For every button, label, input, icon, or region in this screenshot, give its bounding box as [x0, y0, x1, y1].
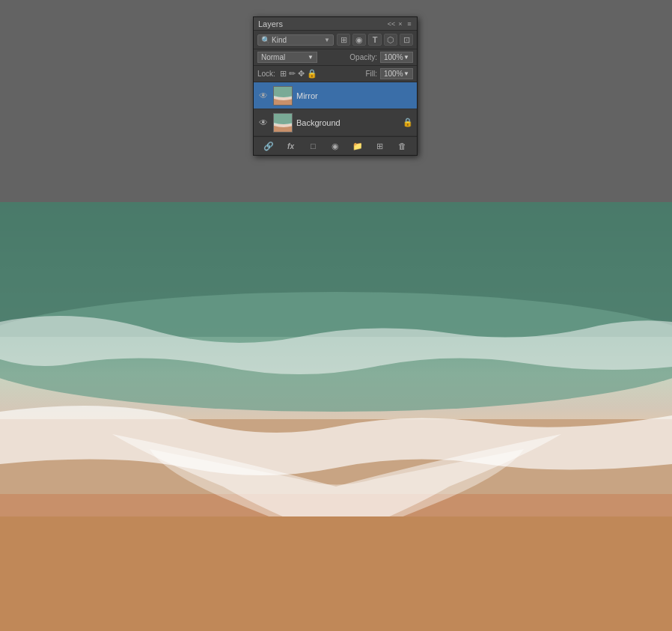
kind-label: Kind	[272, 36, 287, 44]
blend-mode-value: Normal	[261, 53, 285, 61]
pixel-filter-icon[interactable]: ⊞	[337, 34, 350, 46]
delete-layer-icon[interactable]: 🗑	[395, 140, 409, 152]
lock-position-icon[interactable]: ✥	[298, 69, 305, 79]
opacity-select[interactable]: 100% ▼	[380, 52, 413, 63]
opacity-value: 100%	[384, 53, 403, 61]
blend-mode-arrow: ▼	[308, 54, 314, 61]
lock-all-icon[interactable]: 🔒	[307, 69, 317, 79]
kind-arrow: ▼	[324, 37, 330, 43]
adjustment-icon[interactable]: ◉	[329, 140, 342, 152]
fill-label: Fill:	[365, 70, 377, 78]
opacity-label: Opacity:	[349, 53, 377, 61]
opacity-area: Opacity: 100% ▼	[349, 52, 413, 63]
smart-filter-icon[interactable]: ⊡	[400, 34, 413, 46]
layers-list: 👁 Mirror 👁 Background 🔒	[254, 82, 417, 136]
canvas-area	[0, 202, 672, 631]
layer-mirror-name: Mirror	[296, 91, 413, 100]
search-icon: 🔍	[261, 36, 270, 44]
blend-mode-select[interactable]: Normal ▼	[257, 52, 317, 63]
shape-filter-icon[interactable]: ⬡	[384, 34, 397, 46]
mask-icon[interactable]: □	[306, 140, 320, 152]
layer-background-visibility[interactable]: 👁	[257, 117, 269, 129]
layer-background-lock-icon: 🔒	[403, 118, 413, 127]
opacity-arrow: ▼	[403, 54, 409, 61]
fill-value: 100%	[384, 70, 403, 78]
filter-bar: 🔍 Kind ▼ ⊞ ◉ T ⬡ ⊡	[254, 31, 417, 49]
panel-menu-btn[interactable]: ≡	[406, 21, 412, 27]
adjustment-filter-icon[interactable]: ◉	[352, 34, 366, 46]
lock-icons: ⊞ ✏ ✥ 🔒	[280, 69, 317, 79]
fill-arrow: ▼	[403, 70, 409, 77]
lock-image-icon[interactable]: ✏	[289, 69, 296, 79]
layers-panel: Layers << × ≡ 🔍 Kind ▼ ⊞ ◉ T ⬡ ⊡ Normal …	[253, 16, 418, 156]
lock-transparent-icon[interactable]: ⊞	[280, 69, 287, 79]
panel-titlebar: Layers << × ≡	[254, 17, 417, 31]
blend-opacity-bar: Normal ▼ Opacity: 100% ▼	[254, 49, 417, 66]
lock-label: Lock:	[257, 70, 275, 78]
fx-icon[interactable]: fx	[284, 140, 298, 152]
layer-background[interactable]: 👁 Background 🔒	[254, 109, 417, 136]
panel-close-btn[interactable]: ×	[397, 21, 403, 27]
panel-title: Layers	[258, 19, 283, 28]
link-icon[interactable]: 🔗	[262, 140, 275, 152]
fill-select[interactable]: 100% ▼	[380, 68, 413, 79]
svg-rect-4	[0, 516, 672, 631]
layer-mirror-visibility[interactable]: 👁	[257, 90, 269, 102]
kind-filter[interactable]: 🔍 Kind ▼	[257, 34, 334, 46]
panel-collapse-btn[interactable]: <<	[388, 21, 394, 27]
group-icon[interactable]: 📁	[351, 140, 364, 152]
layer-background-name: Background	[296, 118, 399, 127]
fill-area: Fill: 100% ▼	[365, 68, 413, 79]
filter-type-icons: ⊞ ◉ T ⬡ ⊡	[337, 34, 413, 46]
type-filter-icon[interactable]: T	[368, 34, 382, 46]
layer-mirror[interactable]: 👁 Mirror	[254, 82, 417, 109]
lock-fill-bar: Lock: ⊞ ✏ ✥ 🔒 Fill: 100% ▼	[254, 66, 417, 82]
layers-bottom-bar: 🔗 fx □ ◉ 📁 ⊞ 🗑	[254, 136, 417, 155]
layer-background-thumbnail	[273, 113, 293, 132]
layer-mirror-thumbnail	[273, 86, 293, 106]
new-layer-icon[interactable]: ⊞	[373, 140, 386, 152]
panel-controls: << × ≡	[388, 21, 412, 27]
